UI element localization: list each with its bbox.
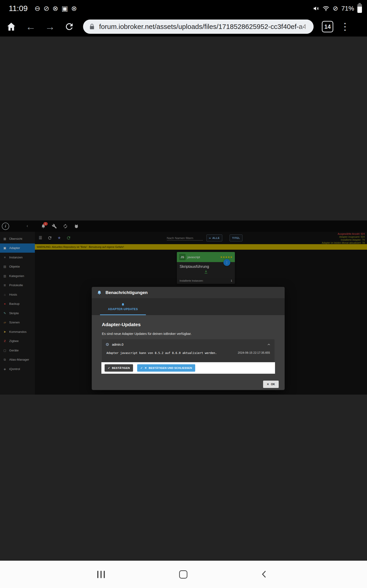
tab-adapter-updates[interactable]: ADAPTER-UPDATES bbox=[100, 298, 146, 315]
close-icon: ✕ bbox=[267, 383, 269, 386]
home-nav-button[interactable] bbox=[179, 570, 187, 579]
home-button[interactable] bbox=[6, 21, 17, 32]
battery-icon bbox=[357, 4, 362, 13]
notifications-dialog: Benachrichtigungen ADAPTER-UPDATES Adapt… bbox=[92, 287, 285, 390]
notification-icons: ⊖⊘⊗▣⊗ bbox=[35, 4, 77, 12]
dialog-tabbar: ADAPTER-UPDATES bbox=[92, 298, 285, 315]
notification-icon: ▣ bbox=[61, 4, 68, 12]
forward-button[interactable]: → bbox=[45, 22, 55, 32]
battery-percent: 71% bbox=[341, 5, 354, 12]
accordion-body: Adapter javascript kann von 8.5.2 auf 8.… bbox=[102, 350, 275, 355]
dialog-description: Es sind neue Adapter Updates für deinen … bbox=[102, 332, 192, 336]
android-navbar bbox=[0, 561, 367, 588]
confirm-button[interactable]: ✓ BESTÄTIGEN bbox=[105, 364, 133, 372]
check-icon: ✓ bbox=[140, 366, 143, 370]
update-accordion: ⚙ admin.0 Adapter javascript kann von 8.… bbox=[102, 339, 275, 362]
back-button[interactable]: ← bbox=[26, 22, 36, 32]
notification-icon: ⊘ bbox=[44, 4, 49, 12]
clock: 11:09 bbox=[9, 4, 28, 13]
forum-page-content: i ‹ 1 bbox=[0, 36, 367, 561]
reload-button[interactable] bbox=[64, 22, 74, 32]
notification-icon: ⊖ bbox=[35, 4, 40, 12]
check-icon: ✓ bbox=[108, 366, 110, 370]
accordion-header[interactable]: ⚙ admin.0 bbox=[102, 339, 275, 350]
close-icon: ✕ bbox=[144, 366, 147, 370]
dialog-title: Benachrichtigungen bbox=[106, 290, 148, 295]
browser-toolbar: ← → forum.iobroker.net/assets/uploads/fi… bbox=[0, 17, 367, 36]
status-icons: ⊘ 71% bbox=[313, 4, 362, 13]
dialog-actionbar: ✓ BESTÄTIGEN ✓ ✕ BESTÄTIGEN UND SCHLIESS… bbox=[101, 362, 275, 374]
update-message: Adapter javascript kann von 8.5.2 auf 8.… bbox=[106, 351, 217, 355]
blocked-icon: ⊘ bbox=[333, 5, 338, 12]
tab-label: ADAPTER-UPDATES bbox=[108, 308, 138, 311]
notification-icon: ⊗ bbox=[52, 4, 58, 12]
confirm-and-close-button[interactable]: ✓ ✕ BESTÄTIGEN UND SCHLIESSEN bbox=[137, 364, 195, 372]
gear-icon: ⚙ bbox=[106, 342, 109, 347]
dialog-titlebar: Benachrichtigungen bbox=[92, 287, 285, 298]
url-fade bbox=[298, 19, 314, 34]
url-text: forum.iobroker.net/assets/uploads/files/… bbox=[99, 23, 306, 31]
browser-menu-button[interactable]: ⋮ bbox=[340, 22, 350, 32]
tab-count: 14 bbox=[324, 23, 331, 30]
bell-icon bbox=[97, 290, 102, 295]
bell-icon bbox=[121, 303, 125, 306]
ok-button[interactable]: ✕ OK bbox=[263, 380, 279, 388]
update-timestamp: 2024-06-15 22:17:35.655 bbox=[238, 351, 270, 355]
android-screen: 11:09 ⊖⊘⊗▣⊗ ⊘ 71% ← → forum.iobroke bbox=[0, 0, 367, 588]
mute-icon bbox=[313, 5, 319, 12]
tab-count-button[interactable]: 14 bbox=[322, 21, 333, 32]
recents-button[interactable] bbox=[97, 571, 105, 578]
iobroker-screenshot: i ‹ 1 bbox=[0, 221, 367, 395]
notification-icon: ⊗ bbox=[71, 4, 77, 12]
lock-icon bbox=[89, 23, 95, 30]
accordion-label: admin.0 bbox=[112, 343, 123, 346]
url-bar[interactable]: forum.iobroker.net/assets/uploads/files/… bbox=[83, 19, 314, 34]
chevron-up-icon[interactable] bbox=[267, 342, 271, 346]
wifi-icon bbox=[323, 6, 329, 11]
back-nav-button[interactable] bbox=[261, 570, 267, 578]
dialog-heading: Adapter-Updates bbox=[102, 322, 141, 327]
status-bar: 11:09 ⊖⊘⊗▣⊗ ⊘ 71% bbox=[0, 0, 367, 17]
